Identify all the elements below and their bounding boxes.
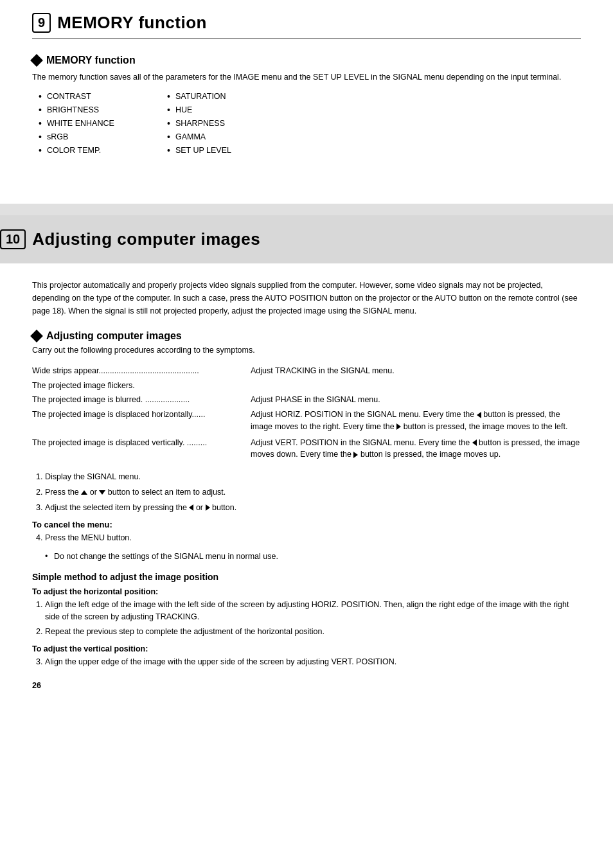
symptom-left-4: The projected image is displaced horizon…: [32, 409, 251, 421]
section9-subsection-title: MEMORY function: [32, 55, 581, 66]
symptom-right-1: Adjust TRACKING in the SIGNAL menu.: [251, 365, 581, 377]
symptom-right-5: Adjust VERT. POSITION in the SIGNAL menu…: [251, 437, 581, 461]
section10-title: Adjusting computer images: [32, 229, 260, 249]
section10-intro: This projector automatically and properl…: [32, 279, 581, 317]
symptom-right-3: Adjust PHASE in the SIGNAL menu.: [251, 394, 581, 406]
list-col2: SATURATION HUE SHARPNESS GAMMA SET UP LE…: [167, 91, 296, 159]
symptom-left-1: Wide strips appear......................…: [32, 365, 251, 377]
horiz-steps-list: Align the left edge of the image with th…: [45, 599, 581, 638]
note-list: Do not change the settings of the SIGNAL…: [45, 551, 581, 563]
arrow-up-icon: [81, 490, 87, 495]
section9-content: MEMORY function The memory function save…: [32, 43, 581, 178]
horiz-label: To adjust the horizontal position:: [32, 587, 581, 596]
step4-list: Press the MENU button.: [45, 532, 581, 544]
list-item: GAMMA: [167, 132, 296, 142]
carry-out-text: Carry out the following procedures accor…: [32, 346, 581, 355]
section-divider: [0, 204, 613, 215]
horiz-step-2: Repeat the previous step to complete the…: [45, 626, 581, 638]
symptom-left-2: The projected image flickers.: [32, 380, 251, 392]
arrow-right-icon-3: [206, 504, 210, 511]
arrow-right-icon-2: [353, 452, 358, 458]
vert-label: To adjust the vertical position:: [32, 644, 581, 653]
list-item: HUE: [167, 105, 296, 115]
symptom-row-1: Wide strips appear......................…: [32, 365, 581, 377]
section9-description: The memory function saves all of the par…: [32, 71, 581, 84]
symptom-row-3: The projected image is blurred. ........…: [32, 394, 581, 406]
list-item: SHARPNESS: [167, 118, 296, 128]
section9-title: MEMORY function: [57, 13, 207, 33]
list-item: WHITE ENHANCE: [39, 118, 167, 128]
arrow-right-icon: [396, 423, 401, 430]
list-col1: CONTRAST BRIGHTNESS WHITE ENHANCE sRGB C…: [39, 91, 167, 159]
section9-header: 9 MEMORY function: [32, 13, 581, 39]
horiz-step-1: Align the left edge of the image with th…: [45, 599, 581, 623]
list-item: CONTRAST: [39, 91, 167, 102]
vert-steps-list: Align the upper edge of the image with t…: [45, 656, 581, 668]
cancel-label: To cancel the menu:: [32, 520, 581, 529]
section10-header: 10 Adjusting computer images: [0, 229, 613, 249]
diamond-icon: [30, 54, 43, 67]
symptom-left-3: The projected image is blurred. ........…: [32, 394, 251, 406]
diamond-icon-2: [30, 330, 43, 342]
page-number: 26: [32, 681, 581, 690]
section10-subsection-title: Adjusting computer images: [32, 330, 581, 342]
section10-number: 10: [0, 229, 26, 249]
symptom-right-4: Adjust HORIZ. POSITION in the SIGNAL men…: [251, 409, 581, 433]
steps-list: Display the SIGNAL menu. Press the or bu…: [45, 471, 581, 513]
arrow-left-icon-2: [472, 439, 477, 446]
section10-wrapper: 10 Adjusting computer images: [0, 215, 613, 263]
arrow-left-icon-3: [189, 504, 193, 511]
simple-method-title: Simple method to adjust the image positi…: [32, 572, 581, 582]
step-2: Press the or button to select an item to…: [45, 486, 581, 499]
list-item: BRIGHTNESS: [39, 105, 167, 115]
symptom-list: Wide strips appear......................…: [32, 365, 581, 461]
list-item: COLOR TEMP.: [39, 145, 167, 155]
arrow-down-icon: [99, 490, 105, 495]
list-item: sRGB: [39, 132, 167, 142]
list-item: SATURATION: [167, 91, 296, 102]
symptom-row-2: The projected image flickers.: [32, 380, 581, 392]
list-item: SET UP LEVEL: [167, 145, 296, 155]
memory-function-list: CONTRAST BRIGHTNESS WHITE ENHANCE sRGB C…: [39, 91, 581, 159]
step-1: Display the SIGNAL menu.: [45, 471, 581, 483]
step-3: Adjust the selected item by pressing the…: [45, 502, 581, 514]
symptom-left-5: The projected image is displaced vertica…: [32, 437, 251, 449]
vert-step-1: Align the upper edge of the image with t…: [45, 656, 581, 668]
step-4: Press the MENU button.: [45, 532, 581, 544]
symptom-row-5: The projected image is displaced vertica…: [32, 437, 581, 461]
symptom-row-4: The projected image is displaced horizon…: [32, 409, 581, 433]
arrow-left-icon: [477, 412, 481, 418]
section9-number: 9: [32, 13, 51, 33]
note-item: Do not change the settings of the SIGNAL…: [45, 551, 581, 563]
